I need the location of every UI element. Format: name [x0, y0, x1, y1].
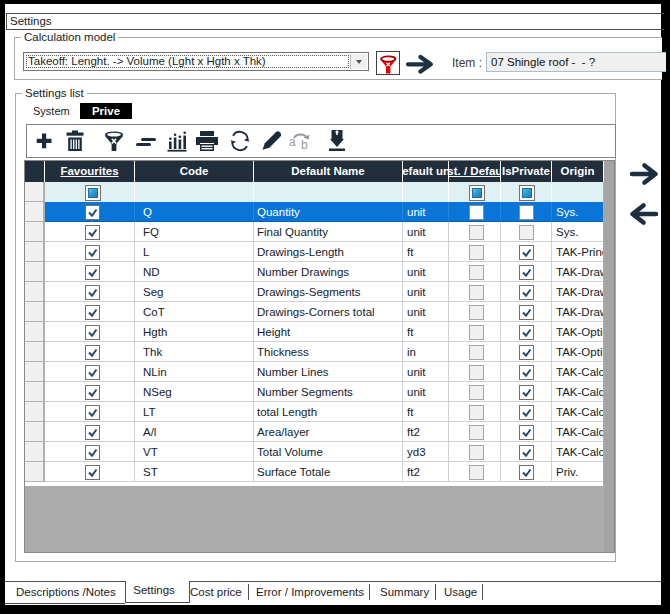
- svg-text:a: a: [289, 135, 296, 149]
- svg-text:b: b: [301, 138, 308, 152]
